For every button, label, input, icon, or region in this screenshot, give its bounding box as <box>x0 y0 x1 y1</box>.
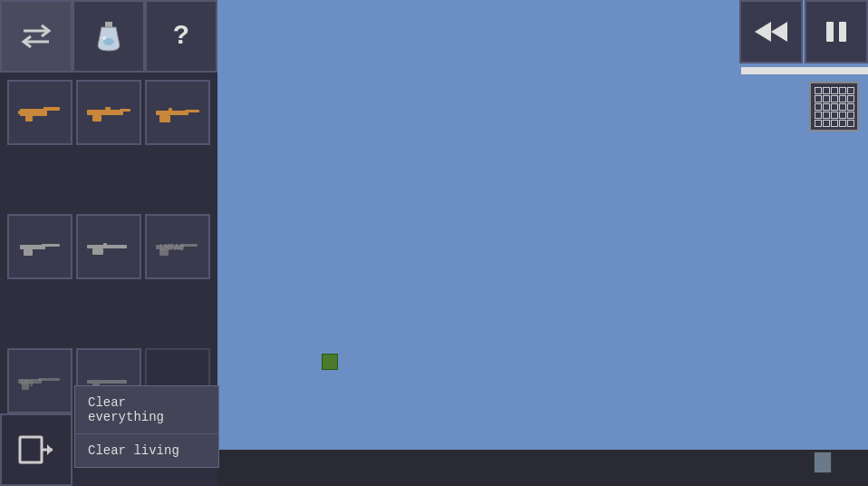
grid-dot <box>815 120 822 127</box>
svg-rect-12 <box>185 110 199 112</box>
grid-dot <box>839 112 846 119</box>
clear-everything-button[interactable]: Clear everything <box>75 386 218 434</box>
speed-bar-container <box>741 67 868 74</box>
pause-icon <box>823 18 850 45</box>
speed-panel <box>738 0 868 74</box>
grid-dot <box>815 112 822 119</box>
bottom-bar <box>217 450 868 486</box>
svg-rect-3 <box>20 109 47 116</box>
svg-marker-37 <box>47 444 53 455</box>
grid-dot <box>823 103 830 111</box>
speed-bar <box>741 67 868 74</box>
exit-icon <box>16 430 56 470</box>
svg-rect-17 <box>24 249 33 256</box>
svg-rect-16 <box>42 244 60 247</box>
svg-rect-11 <box>156 111 188 115</box>
grid-dot <box>823 120 830 127</box>
svg-rect-20 <box>103 243 107 246</box>
svg-rect-28 <box>22 384 29 390</box>
weapon-draw-3 <box>147 82 208 143</box>
svg-rect-22 <box>156 245 183 249</box>
grid-dot <box>847 120 854 127</box>
potion-button[interactable] <box>72 0 145 73</box>
weapon-draw-5 <box>78 216 140 277</box>
grid-dot <box>823 87 830 94</box>
exit-button[interactable] <box>0 413 72 486</box>
grid-dot <box>847 112 854 119</box>
svg-rect-14 <box>169 108 172 112</box>
grid-dot <box>831 120 838 127</box>
game-object-green <box>322 354 338 370</box>
rewind-icon <box>753 18 789 45</box>
help-button[interactable]: ? <box>145 0 217 73</box>
svg-rect-7 <box>87 110 123 115</box>
svg-marker-32 <box>771 22 787 42</box>
grid-dot <box>839 120 846 127</box>
weapon-draw-4 <box>9 216 71 277</box>
weapon-cell-2[interactable] <box>76 80 141 145</box>
svg-rect-24 <box>159 249 169 256</box>
grid-dot <box>823 112 830 119</box>
question-icon: ? <box>173 21 189 52</box>
svg-rect-18 <box>87 245 127 248</box>
svg-marker-31 <box>755 22 771 42</box>
weapon-cell-5[interactable] <box>76 214 141 279</box>
weapon-draw-7: smg <box>9 350 71 412</box>
gun-icon-2 <box>85 100 132 125</box>
gun-icon-6: LMFAO <box>154 234 201 259</box>
svg-rect-10 <box>105 107 111 110</box>
weapon-draw-6: LMFAO <box>147 216 208 277</box>
svg-point-2 <box>102 36 106 40</box>
svg-rect-15 <box>20 245 45 249</box>
weapon-cell-3[interactable] <box>145 80 210 145</box>
svg-rect-13 <box>159 115 170 122</box>
grid-dot <box>831 103 838 111</box>
grid-dot <box>847 87 854 94</box>
grid-dot <box>839 95 846 102</box>
speed-buttons <box>738 0 868 63</box>
grid-dot <box>839 87 846 94</box>
grid-dot <box>831 112 838 119</box>
weapon-draw-1 <box>9 82 71 143</box>
pause-button[interactable] <box>805 0 868 63</box>
weapon-cell-4[interactable] <box>7 214 72 279</box>
svg-line-38 <box>31 444 40 450</box>
svg-rect-0 <box>105 22 112 27</box>
weapon-cell-7[interactable]: smg <box>7 348 72 413</box>
weapon-draw-2 <box>78 82 140 143</box>
gun-icon-7: smg <box>16 368 63 394</box>
grid-dot <box>823 95 830 102</box>
grid-dot <box>847 95 854 102</box>
weapon-cell-6[interactable]: LMFAO <box>145 214 210 279</box>
svg-rect-8 <box>120 109 130 112</box>
potion-icon <box>94 20 123 53</box>
grid-dot <box>815 103 822 111</box>
svg-rect-35 <box>20 437 42 462</box>
grid-dot <box>839 103 846 111</box>
swap-icon <box>20 20 53 53</box>
svg-rect-4 <box>43 107 60 111</box>
game-object-small <box>814 452 832 473</box>
grid-dot <box>847 103 854 111</box>
rewind-button[interactable] <box>739 0 803 63</box>
grid-icon <box>815 87 854 127</box>
gun-icon-5 <box>85 234 132 259</box>
svg-rect-34 <box>839 22 846 42</box>
svg-rect-33 <box>826 22 834 42</box>
gun-icon-4 <box>16 234 63 259</box>
grid-toggle-button[interactable] <box>809 82 859 131</box>
swap-button[interactable] <box>0 0 72 73</box>
grid-dot <box>815 95 822 102</box>
toolbar: ? <box>0 0 217 73</box>
gun-icon-1 <box>16 100 63 125</box>
context-menu: Clear everything Clear living <box>74 385 219 468</box>
weapon-cell-1[interactable] <box>7 80 72 145</box>
svg-rect-29 <box>87 380 127 384</box>
grid-dot <box>815 87 822 94</box>
clear-living-button[interactable]: Clear living <box>75 434 218 467</box>
svg-rect-6 <box>18 111 23 114</box>
svg-rect-5 <box>25 116 33 122</box>
grid-dot <box>831 87 838 94</box>
grid-dot <box>831 95 838 102</box>
gun-icon-3 <box>154 100 201 125</box>
